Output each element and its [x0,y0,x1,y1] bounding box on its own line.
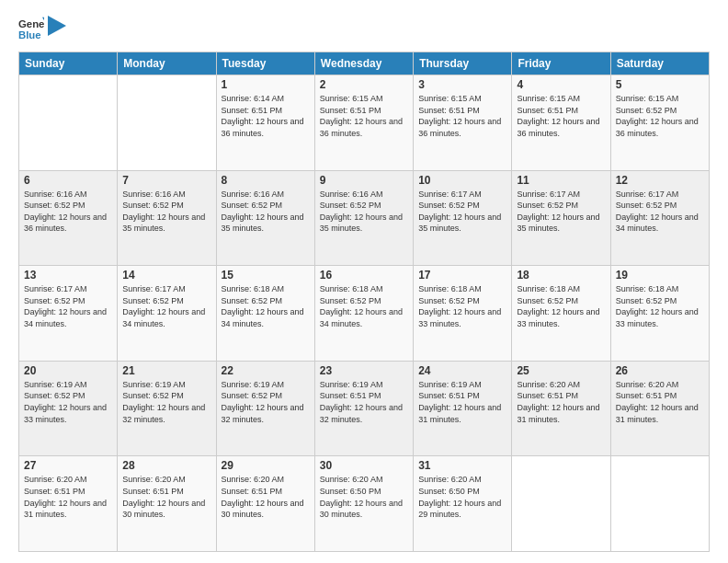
day-cell [512,456,610,552]
day-number: 29 [222,459,310,472]
weekday-header-saturday: Saturday [610,52,709,75]
week-row-2: 6Sunrise: 6:16 AMSunset: 6:52 PMDaylight… [19,170,710,266]
day-number: 28 [122,459,210,472]
day-cell: 13Sunrise: 6:17 AMSunset: 6:52 PMDayligh… [19,266,118,362]
weekday-header-sunday: Sunday [19,52,118,75]
day-info: Sunrise: 6:17 AMSunset: 6:52 PMDaylight:… [616,189,704,235]
day-cell: 1Sunrise: 6:14 AMSunset: 6:51 PMDaylight… [216,75,314,171]
day-cell: 20Sunrise: 6:19 AMSunset: 6:52 PMDayligh… [19,361,118,456]
day-number: 17 [418,269,506,282]
day-number: 9 [320,174,408,187]
day-number: 18 [517,269,605,282]
day-number: 23 [320,364,408,377]
day-cell: 2Sunrise: 6:15 AMSunset: 6:51 PMDaylight… [314,75,413,171]
day-number: 30 [320,459,408,472]
day-info: Sunrise: 6:19 AMSunset: 6:52 PMDaylight:… [222,379,310,425]
day-cell [118,75,216,171]
day-info: Sunrise: 6:15 AMSunset: 6:52 PMDaylight:… [616,93,704,139]
day-info: Sunrise: 6:18 AMSunset: 6:52 PMDaylight:… [418,283,506,329]
day-number: 8 [222,174,310,187]
day-cell: 26Sunrise: 6:20 AMSunset: 6:51 PMDayligh… [610,361,709,456]
day-info: Sunrise: 6:15 AMSunset: 6:51 PMDaylight:… [418,93,506,139]
day-number: 1 [222,78,310,91]
day-cell: 22Sunrise: 6:19 AMSunset: 6:52 PMDayligh… [216,361,314,456]
day-cell: 12Sunrise: 6:17 AMSunset: 6:52 PMDayligh… [610,170,709,266]
day-info: Sunrise: 6:16 AMSunset: 6:52 PMDaylight:… [320,189,408,235]
day-info: Sunrise: 6:17 AMSunset: 6:52 PMDaylight:… [122,283,210,329]
day-info: Sunrise: 6:16 AMSunset: 6:52 PMDaylight:… [122,189,210,235]
week-row-4: 20Sunrise: 6:19 AMSunset: 6:52 PMDayligh… [19,361,710,456]
day-number: 31 [418,459,506,472]
day-cell: 30Sunrise: 6:20 AMSunset: 6:50 PMDayligh… [314,456,413,552]
day-number: 15 [222,269,310,282]
day-number: 12 [616,174,704,187]
weekday-header-friday: Friday [512,52,610,75]
day-info: Sunrise: 6:18 AMSunset: 6:52 PMDaylight:… [320,283,408,329]
day-cell: 8Sunrise: 6:16 AMSunset: 6:52 PMDaylight… [216,170,314,266]
logo-icon: General Blue [18,17,44,42]
day-number: 22 [222,364,310,377]
day-number: 7 [122,174,210,187]
day-cell: 11Sunrise: 6:17 AMSunset: 6:52 PMDayligh… [512,170,610,266]
day-info: Sunrise: 6:17 AMSunset: 6:52 PMDaylight:… [517,189,605,235]
week-row-1: 1Sunrise: 6:14 AMSunset: 6:51 PMDaylight… [19,75,710,171]
day-number: 5 [616,78,704,91]
day-cell: 27Sunrise: 6:20 AMSunset: 6:51 PMDayligh… [19,456,118,552]
day-cell: 28Sunrise: 6:20 AMSunset: 6:51 PMDayligh… [118,456,216,552]
day-cell: 7Sunrise: 6:16 AMSunset: 6:52 PMDaylight… [118,170,216,266]
day-cell: 31Sunrise: 6:20 AMSunset: 6:50 PMDayligh… [414,456,512,552]
logo: General Blue [18,17,66,42]
day-info: Sunrise: 6:20 AMSunset: 6:51 PMDaylight:… [616,379,704,425]
day-info: Sunrise: 6:18 AMSunset: 6:52 PMDaylight:… [222,283,310,329]
day-cell: 14Sunrise: 6:17 AMSunset: 6:52 PMDayligh… [118,266,216,362]
day-number: 27 [24,459,112,472]
header-row: SundayMondayTuesdayWednesdayThursdayFrid… [19,52,710,75]
week-row-3: 13Sunrise: 6:17 AMSunset: 6:52 PMDayligh… [19,266,710,362]
day-number: 25 [517,364,605,377]
day-cell: 21Sunrise: 6:19 AMSunset: 6:52 PMDayligh… [118,361,216,456]
svg-text:General: General [18,18,44,29]
day-number: 3 [418,78,506,91]
day-number: 24 [418,364,506,377]
day-info: Sunrise: 6:20 AMSunset: 6:50 PMDaylight:… [320,474,408,520]
day-info: Sunrise: 6:19 AMSunset: 6:51 PMDaylight:… [320,379,408,425]
day-info: Sunrise: 6:14 AMSunset: 6:51 PMDaylight:… [222,93,310,139]
day-cell: 10Sunrise: 6:17 AMSunset: 6:52 PMDayligh… [414,170,512,266]
svg-marker-3 [48,16,66,36]
day-cell: 17Sunrise: 6:18 AMSunset: 6:52 PMDayligh… [414,266,512,362]
weekday-header-thursday: Thursday [414,52,512,75]
day-number: 26 [616,364,704,377]
day-cell: 18Sunrise: 6:18 AMSunset: 6:52 PMDayligh… [512,266,610,362]
day-info: Sunrise: 6:16 AMSunset: 6:52 PMDaylight:… [222,189,310,235]
day-number: 16 [320,269,408,282]
day-cell: 6Sunrise: 6:16 AMSunset: 6:52 PMDaylight… [19,170,118,266]
day-cell: 23Sunrise: 6:19 AMSunset: 6:51 PMDayligh… [314,361,413,456]
day-cell: 19Sunrise: 6:18 AMSunset: 6:52 PMDayligh… [610,266,709,362]
day-number: 10 [418,174,506,187]
logo-arrow-icon [48,16,66,36]
day-number: 6 [24,174,112,187]
day-info: Sunrise: 6:15 AMSunset: 6:51 PMDaylight:… [320,93,408,139]
svg-text:Blue: Blue [18,29,41,40]
day-info: Sunrise: 6:20 AMSunset: 6:50 PMDaylight:… [418,474,506,520]
day-info: Sunrise: 6:18 AMSunset: 6:52 PMDaylight:… [517,283,605,329]
weekday-header-monday: Monday [118,52,216,75]
day-info: Sunrise: 6:17 AMSunset: 6:52 PMDaylight:… [24,283,112,329]
day-number: 14 [122,269,210,282]
day-cell: 25Sunrise: 6:20 AMSunset: 6:51 PMDayligh… [512,361,610,456]
day-cell: 29Sunrise: 6:20 AMSunset: 6:51 PMDayligh… [216,456,314,552]
calendar-table: SundayMondayTuesdayWednesdayThursdayFrid… [18,52,710,552]
day-info: Sunrise: 6:20 AMSunset: 6:51 PMDaylight:… [122,474,210,520]
day-number: 13 [24,269,112,282]
page: General Blue SundayMondayTuesdayWednesda… [0,0,728,563]
day-info: Sunrise: 6:17 AMSunset: 6:52 PMDaylight:… [418,189,506,235]
day-number: 21 [122,364,210,377]
day-info: Sunrise: 6:20 AMSunset: 6:51 PMDaylight:… [517,379,605,425]
top-bar: General Blue [18,17,710,42]
weekday-header-tuesday: Tuesday [216,52,314,75]
day-number: 11 [517,174,605,187]
day-info: Sunrise: 6:16 AMSunset: 6:52 PMDaylight:… [24,189,112,235]
day-cell: 16Sunrise: 6:18 AMSunset: 6:52 PMDayligh… [314,266,413,362]
day-cell [610,456,709,552]
day-number: 19 [616,269,704,282]
